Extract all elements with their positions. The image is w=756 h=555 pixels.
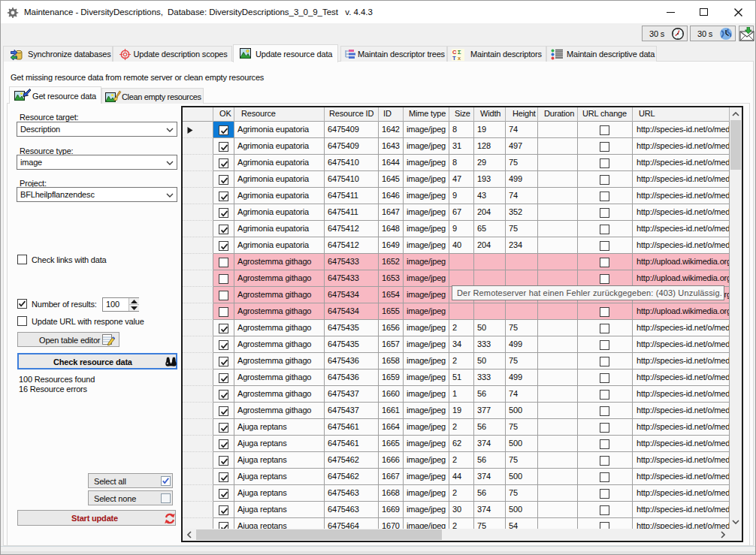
svg-text:T: T — [452, 55, 456, 61]
